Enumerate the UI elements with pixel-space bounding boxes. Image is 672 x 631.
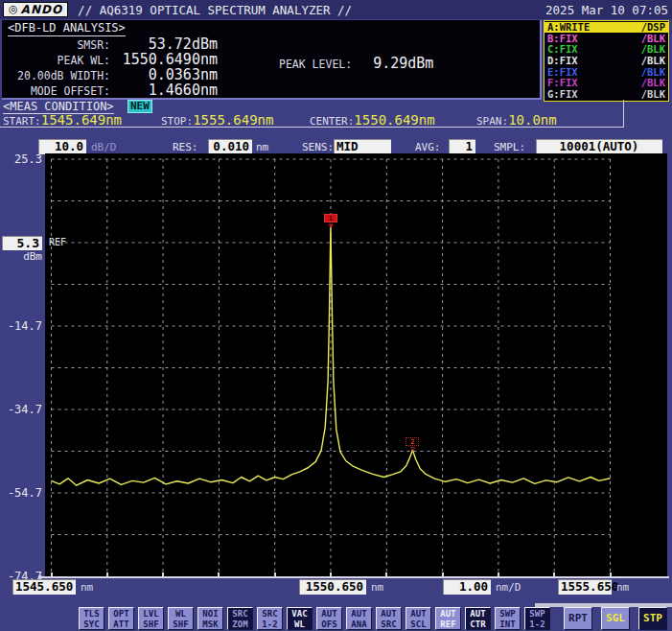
softkey-noi-msk[interactable]: NOIMSK xyxy=(197,607,223,630)
sweep-key-sgl[interactable]: SGL xyxy=(601,607,630,630)
trace-row-f[interactable]: F:FIX/BLK xyxy=(545,78,668,88)
softkey-line1: VAC xyxy=(288,609,312,619)
meas-field-value[interactable]: 1550.649nm xyxy=(354,112,434,128)
meas-divider xyxy=(0,127,624,128)
analysis-row-label: SMSR: xyxy=(4,38,110,52)
softkey-line2: OFS xyxy=(317,619,341,630)
function-keys: TLSSYCOPTATTLVLSHFWLSHFNOIMSKSRCZOMSRC1-… xyxy=(79,607,550,630)
avg-field[interactable]: 1 xyxy=(449,139,475,154)
x-axis-tick xyxy=(553,573,555,576)
res-label: RES: xyxy=(173,141,198,153)
softkey-swp-int[interactable]: SWPINT xyxy=(495,607,521,630)
smpl-label: SMPL: xyxy=(494,141,525,153)
softkey-wl-shf[interactable]: WLSHF xyxy=(168,607,194,630)
softkey-line1: OPT xyxy=(109,609,133,619)
meas-field-value[interactable]: 1545.649nm xyxy=(41,112,122,128)
softkey-line1: AUT xyxy=(406,609,430,619)
softkey-line2: WL xyxy=(288,619,312,630)
trace-name: B:FIX xyxy=(547,34,578,44)
softkey-aut-ctr[interactable]: AUTCTR xyxy=(465,607,491,630)
analysis-row: MODE OFFSET:1.4660nm xyxy=(4,82,218,99)
y-tick-label: -54.7 xyxy=(0,486,42,500)
softkey-aut-ref[interactable]: AUTREF xyxy=(435,607,461,630)
softkey-aut-ana[interactable]: AUTANA xyxy=(346,607,372,630)
sens-field[interactable]: MID xyxy=(334,139,391,154)
y-tick-label: -14.7 xyxy=(0,319,42,333)
x-axis-value-field[interactable]: 1.00 xyxy=(443,579,491,595)
softkey-line2: INT xyxy=(496,619,520,630)
softkey-line1: SRC xyxy=(258,609,282,619)
db-per-div-unit: dB/D xyxy=(91,141,117,153)
y-tick-label: 25.3 xyxy=(0,152,42,166)
x-axis-unit-label: nm xyxy=(616,581,629,594)
ando-logo: ◎ANDO xyxy=(3,2,68,17)
analysis-title: <DFB-LD ANALYSIS> xyxy=(8,21,126,36)
x-axis-unit-label: nm xyxy=(81,581,93,594)
softkey-line2: SHF xyxy=(169,619,193,630)
trace-row-c[interactable]: C:FIX/BLK xyxy=(545,44,668,55)
softkey-bar: TLSSYCOPTATTLVLSHFWLSHFNOIMSKSRCZOMSRC1-… xyxy=(0,602,672,631)
softkey-line1: SWP xyxy=(496,609,520,619)
trace-name: D:FIX xyxy=(547,56,578,66)
softkey-line1: WL xyxy=(169,609,193,619)
trace-row-b[interactable]: B:FIX/BLK xyxy=(545,34,668,44)
meas-field-value[interactable]: 10.0nm xyxy=(508,112,557,128)
ando-logo-mark-icon: ◎ xyxy=(9,2,19,17)
softkey-src-zom[interactable]: SRCZOM xyxy=(227,607,253,630)
trace-row-e[interactable]: E:FIX/BLK xyxy=(545,67,668,78)
res-field[interactable]: 0.010 xyxy=(208,139,252,154)
y-tick-label: -34.7 xyxy=(0,403,42,416)
peak-marker-1[interactable]: 1▼ xyxy=(324,214,337,230)
x-axis-unit-label: nm/D xyxy=(496,581,521,594)
softkey-lvl-shf[interactable]: LVLSHF xyxy=(138,607,164,630)
softkey-tls-syc[interactable]: TLSSYC xyxy=(79,607,104,630)
peak-level-label: PEAK LEVEL: xyxy=(279,58,352,71)
x-axis-unit-label: nm xyxy=(371,581,383,594)
sweep-key-stp[interactable]: STP xyxy=(638,607,667,630)
x-axis-value-field[interactable]: 1550.650 xyxy=(299,579,366,595)
trace-row-a[interactable]: A:WRITE/DSP xyxy=(545,22,668,33)
sweep-keys: RPTSGLSTP xyxy=(564,607,667,630)
analysis-row-label: MODE OFFSET: xyxy=(4,84,110,98)
spectrum-chart: 25.3-14.7-34.7-54.7-74.7 5.3 dBm REF 1▼2… xyxy=(0,153,672,577)
softkey-src-1-2[interactable]: SRC1-2 xyxy=(257,607,283,630)
softkey-opt-att[interactable]: OPTATT xyxy=(108,607,134,630)
trace-name: E:FIX xyxy=(547,67,578,78)
softkey-vac-wl[interactable]: VACWL xyxy=(287,607,313,630)
trace-display-mode: /BLK xyxy=(641,56,665,66)
softkey-aut-src[interactable]: AUTSRC xyxy=(376,607,402,630)
db-per-div-field[interactable]: 10.0 xyxy=(38,139,86,154)
softkey-aut-scl[interactable]: AUTSCL xyxy=(406,607,431,630)
analysis-row-label: PEAK WL: xyxy=(4,54,110,67)
x-axis-value-field[interactable]: 1555.650 xyxy=(558,579,612,595)
analysis-row-value: 1.4660nm xyxy=(110,82,218,99)
meas-field-value[interactable]: 1555.649nm xyxy=(193,112,273,128)
new-badge: NEW xyxy=(127,100,152,113)
softkey-line2: SCL xyxy=(406,619,430,630)
x-axis-tick xyxy=(498,573,499,576)
trace-name: A:WRITE xyxy=(547,22,590,33)
plot-area: REF 1▼2▽ xyxy=(45,153,667,576)
peak-level: PEAK LEVEL: 9.29dBm xyxy=(279,55,433,72)
meas-field-stop: STOP:1555.649nm xyxy=(161,112,273,128)
x-axis-tick xyxy=(330,573,332,576)
trace-display-mode: /BLK xyxy=(641,67,665,78)
softkey-aut-ofs[interactable]: AUTOFS xyxy=(316,607,342,630)
meas-field-span: SPAN:10.0nm xyxy=(476,112,557,128)
trace-row-d[interactable]: D:FIX/BLK xyxy=(545,56,668,66)
peak-marker-2[interactable]: 2▽ xyxy=(406,437,419,454)
x-axis-value-field[interactable]: 1545.650 xyxy=(12,579,76,595)
marker-down-arrow-icon: ▼ xyxy=(324,222,337,230)
softkey-line1: AUT xyxy=(317,609,341,619)
trace-status-panel: A:WRITE/DSPB:FIX/BLKC:FIX/BLKD:FIX/BLKE:… xyxy=(544,20,669,102)
softkey-swp-1-2[interactable]: SWP1-2 xyxy=(524,607,550,630)
trace-row-g[interactable]: G:FIX/BLK xyxy=(545,89,668,100)
ref-level-field[interactable]: 5.3 xyxy=(2,236,42,250)
sweep-key-rpt[interactable]: RPT xyxy=(564,607,592,630)
meas-field-start: START:1545.649nm xyxy=(3,112,122,128)
meas-field-center: CENTER:1550.649nm xyxy=(310,112,435,128)
x-axis-tick xyxy=(51,573,53,576)
trace-display-mode: /BLK xyxy=(641,44,665,55)
softkey-line2: ANA xyxy=(347,619,371,630)
smpl-field[interactable]: 10001(AUTO) xyxy=(536,139,662,154)
